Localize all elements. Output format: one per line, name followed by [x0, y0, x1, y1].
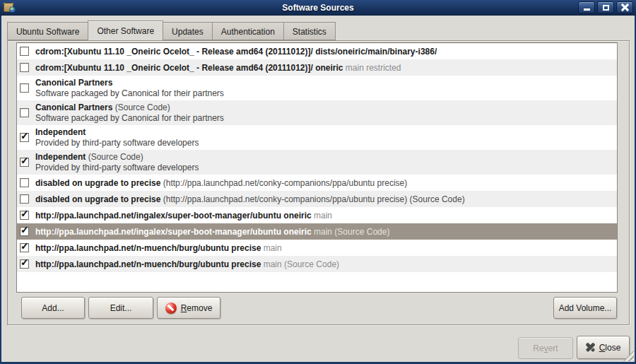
checkbox-checked[interactable]: ✓ — [20, 133, 29, 142]
tab-authentication[interactable]: Authentication — [212, 22, 283, 40]
source-row[interactable]: ✓IndependentProvided by third-party soft… — [17, 125, 617, 150]
checkbox-unchecked[interactable] — [20, 83, 29, 93]
source-row[interactable]: Canonical Partners (Source Code)Software… — [17, 100, 617, 125]
checkbox-checked[interactable]: ✓ — [20, 259, 29, 269]
source-row-text: Independent (Source Code)Provided by thi… — [35, 152, 199, 172]
close-icon — [621, 4, 629, 11]
source-row-text: IndependentProvided by third-party softw… — [35, 127, 199, 148]
close-window-button[interactable] — [616, 1, 633, 13]
titlebar[interactable]: Software Sources — [0, 0, 636, 16]
tab-other-software[interactable]: Other Software — [88, 20, 163, 41]
checkbox-checked[interactable]: ✓ — [20, 211, 29, 220]
window-frame: Software Sources Ubuntu Software Other S… — [0, 0, 636, 364]
checkbox-unchecked[interactable] — [20, 194, 29, 204]
checkbox-checked[interactable]: ✓ — [20, 227, 29, 236]
source-row[interactable]: ✓Independent (Source Code)Provided by th… — [17, 150, 617, 175]
checkmark-icon: ✓ — [20, 155, 29, 166]
source-row-text: cdrom:[Xubuntu 11.10 _Oneiric Ocelot_ - … — [35, 60, 401, 76]
add-button[interactable]: Add... — [21, 297, 85, 319]
source-row[interactable]: cdrom:[Xubuntu 11.10 _Oneiric Ocelot_ - … — [17, 43, 617, 59]
checkbox-unchecked[interactable] — [20, 63, 29, 72]
source-row-text: disabled on upgrade to precise (http://p… — [35, 192, 465, 207]
minimize-button[interactable] — [578, 1, 595, 13]
source-row-text: http://ppa.launchpad.net/n-muench/burg/u… — [35, 257, 339, 272]
source-row-text: http://ppa.launchpad.net/ingalex/super-b… — [35, 224, 389, 240]
dialog-body: Ubuntu Software Other Software Updates A… — [1, 16, 635, 362]
close-x-icon — [586, 343, 595, 352]
checkbox-checked[interactable]: ✓ — [20, 158, 29, 167]
checkmark-icon: ✓ — [20, 240, 29, 252]
source-row-text: http://ppa.launchpad.net/ingalex/super-b… — [35, 208, 332, 223]
checkbox-unchecked[interactable] — [20, 47, 29, 56]
tab-updates[interactable]: Updates — [163, 22, 212, 40]
source-row[interactable]: Canonical PartnersSoftware packaged by C… — [17, 76, 617, 100]
tab-ubuntu-software[interactable]: Ubuntu Software — [7, 22, 88, 40]
checkbox-unchecked[interactable] — [20, 108, 29, 117]
revert-button[interactable]: Revert — [518, 337, 573, 359]
minimize-icon — [584, 8, 590, 11]
source-row-text: disabled on upgrade to precise (http://p… — [35, 175, 407, 191]
checkmark-icon: ✓ — [20, 257, 29, 268]
source-row-text: Canonical Partners (Source Code)Software… — [35, 102, 224, 123]
checkmark-icon: ✓ — [20, 130, 29, 141]
window-controls — [578, 1, 633, 13]
checkmark-icon: ✓ — [20, 224, 29, 235]
source-row[interactable]: cdrom:[Xubuntu 11.10 _Oneiric Ocelot_ - … — [17, 59, 617, 76]
source-row[interactable]: ✓http://ppa.launchpad.net/ingalex/super-… — [17, 207, 617, 223]
tab-bar: Ubuntu Software Other Software Updates A… — [7, 22, 336, 41]
maximize-icon — [603, 5, 609, 11]
source-row[interactable]: ✓http://ppa.launchpad.net/n-muench/burg/… — [17, 256, 617, 272]
source-row[interactable]: disabled on upgrade to precise (http://p… — [17, 191, 617, 207]
source-row-text: Canonical PartnersSoftware packaged by C… — [35, 78, 224, 98]
window-title: Software Sources — [0, 3, 636, 13]
source-row[interactable]: ✓http://ppa.launchpad.net/n-muench/burg/… — [17, 240, 617, 256]
add-volume-button[interactable]: Add Volume... — [553, 297, 617, 319]
source-row-text: http://ppa.launchpad.net/n-muench/burg/u… — [35, 240, 282, 256]
checkbox-checked[interactable]: ✓ — [20, 243, 29, 252]
checkbox-unchecked[interactable] — [20, 178, 29, 187]
software-sources-icon — [4, 2, 16, 13]
edit-button[interactable]: Edit... — [88, 297, 153, 319]
source-list[interactable]: cdrom:[Xubuntu 11.10 _Oneiric Ocelot_ - … — [16, 42, 618, 293]
checkmark-icon: ✓ — [20, 208, 29, 219]
remove-button[interactable]: Remove — [157, 297, 220, 319]
remove-prohibited-icon — [165, 303, 177, 314]
source-row-text: cdrom:[Xubuntu 11.10 _Oneiric Ocelot_ - … — [35, 44, 437, 59]
close-button[interactable]: Close — [577, 336, 630, 359]
maximize-button[interactable] — [597, 1, 614, 13]
source-row[interactable]: ✓http://ppa.launchpad.net/ingalex/super-… — [17, 223, 617, 240]
tab-statistics[interactable]: Statistics — [283, 22, 336, 40]
source-row[interactable]: disabled on upgrade to precise (http://p… — [17, 175, 617, 191]
